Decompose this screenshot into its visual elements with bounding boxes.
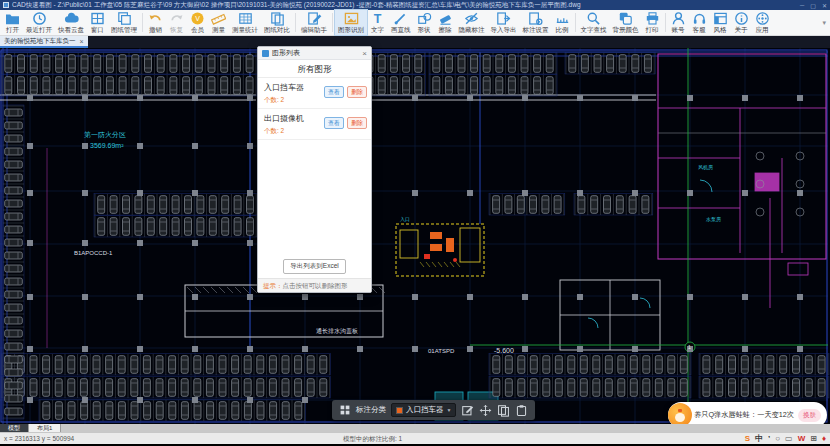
drawing-canvas[interactable]: 第一防火分区3569.69m²B1APOCCD-1入口通长排水沟盖板01ATSP…: [0, 48, 830, 424]
toolbar-item-apps[interactable]: 应用: [752, 10, 773, 35]
toolbar-item-label: 隐藏标注: [459, 26, 485, 35]
floor-plan[interactable]: 第一防火分区3569.69m²B1APOCCD-1入口通长排水沟盖板01ATSP…: [0, 48, 830, 424]
punctuation-icon[interactable]: ’: [768, 433, 770, 444]
recent-files-icon: [32, 11, 47, 26]
toolbar-separator: [332, 13, 333, 32]
toolbar-item-measure-stats[interactable]: 测量统计: [229, 10, 261, 35]
hide-annotations-icon: [464, 11, 479, 26]
toolbar-item-label: 形状: [418, 26, 431, 35]
category-grid-icon[interactable]: [339, 404, 351, 416]
toolbar-item-cloud-drive[interactable]: 快看云盘: [55, 10, 87, 35]
window-title: CAD快速看图 - Z:\Public\01 工作盘\05 陈芝麻烂谷子\09 …: [12, 1, 796, 10]
toolbar-item-label: 打开: [6, 26, 19, 35]
toolbar-item-support[interactable]: 客服: [689, 10, 710, 35]
toolbar-item-label: 撤销: [149, 26, 162, 35]
toolbar-item-text[interactable]: T文字: [367, 10, 388, 35]
toolbar-item-label: 关于: [735, 26, 748, 35]
wubi-icon[interactable]: W: [798, 433, 806, 444]
drawing-label: -5.600: [494, 347, 514, 354]
toolbar-item-undo[interactable]: 撤销: [145, 10, 166, 35]
toolbar-item-open[interactable]: 打开: [2, 10, 23, 35]
toolbar-item-import-export[interactable]: 导入导出: [488, 10, 520, 35]
minimize-button[interactable]: ─: [800, 2, 804, 9]
toolbar-item-label: 编辑助手: [301, 26, 327, 35]
change-skin-button[interactable]: 换肤: [798, 409, 821, 422]
move-annotation-icon[interactable]: [479, 404, 492, 417]
about-icon: [734, 11, 749, 26]
measure-icon: [211, 11, 226, 26]
toolbar-item-label: 测量统计: [232, 26, 258, 35]
shape-recognition-icon: [344, 11, 359, 26]
status-bar: x = 2316313 y = 500994 模型中的标注比例: 1 S中’○▭…: [0, 432, 830, 444]
find-text-icon: [586, 11, 601, 26]
window-icon: [90, 11, 105, 26]
layout-tabs: 模型 布局1: [0, 424, 830, 432]
copy-annotation-icon[interactable]: [497, 404, 510, 417]
apps-icon: [755, 11, 770, 26]
maximize-button[interactable]: ▢: [810, 2, 816, 9]
category-dropdown-value: 入口挡车器: [406, 405, 444, 415]
toolbar-item-background-color[interactable]: 背景颜色: [610, 10, 642, 35]
edit-annotation-icon[interactable]: [461, 404, 474, 417]
view-button[interactable]: 查看: [324, 86, 344, 98]
annotation-category-toolbar: 标注分类 入口挡车器 ▼: [332, 400, 535, 420]
toolbar-item-annotation-settings[interactable]: 标注设置: [520, 10, 552, 35]
toolbar-item-edit-assistant[interactable]: 编辑助手: [298, 10, 330, 35]
toolbar-item-recent-files[interactable]: 最近打开: [23, 10, 55, 35]
toolbar-item-redo[interactable]: 恢复: [166, 10, 187, 35]
sogou-input-icon[interactable]: S: [745, 433, 750, 444]
toolbar-item-style[interactable]: 风格: [710, 10, 731, 35]
dialog-titlebar[interactable]: 图形列表 ×: [258, 47, 371, 60]
scale-icon: [555, 11, 570, 26]
dialog-close-icon[interactable]: ×: [362, 49, 367, 58]
toolbar-separator: [295, 13, 296, 32]
tab-layout1[interactable]: 布局1: [29, 424, 61, 432]
toolbar-item-shapes[interactable]: 形状: [414, 10, 435, 35]
toolbar-item-vip[interactable]: V会员: [187, 10, 208, 35]
tab-close-icon[interactable]: ×: [80, 38, 84, 45]
text-icon: T: [370, 11, 385, 26]
drawing-label: 入口: [400, 216, 410, 223]
mic-icon[interactable]: ○: [775, 433, 780, 444]
toolbar-overflow-icon[interactable]: ▾: [822, 19, 828, 27]
dialog-tip: 提示：点击按钮可以删除图形: [258, 278, 371, 292]
toolbar-item-drawing-compare[interactable]: 图纸对比: [261, 10, 293, 35]
export-excel-button[interactable]: 导出列表到Excel: [283, 259, 345, 274]
skin-icon[interactable]: ♦: [822, 433, 826, 444]
toolbar-item-draw-line[interactable]: 画直线: [388, 10, 414, 35]
toolbar-item-label: 图形识别: [338, 26, 364, 35]
toolbar-item-erase[interactable]: 擦除: [435, 10, 456, 35]
toolbar-item-shape-recognition[interactable]: 图形识别: [335, 10, 367, 35]
paste-annotation-icon[interactable]: [515, 404, 528, 417]
dialog-icon: [262, 50, 269, 57]
system-tray: S中’○▭W⊞♦: [745, 433, 826, 444]
toolbar-item-hide-annotations[interactable]: 隐藏标注: [456, 10, 488, 35]
delete-button[interactable]: 删除: [347, 86, 367, 98]
toolbar-item-print[interactable]: 打印: [642, 10, 663, 35]
toolbar-item-about[interactable]: 关于: [731, 10, 752, 35]
toolbar-item-label: 擦除: [439, 26, 452, 35]
toolbar-item-label: 文字查找: [581, 26, 607, 35]
drawing-label: 水泵房: [706, 216, 721, 222]
view-button[interactable]: 查看: [324, 117, 344, 129]
document-tab[interactable]: 美的翰悦苑地下车库负一 ×: [0, 36, 88, 48]
tab-model[interactable]: 模型: [0, 424, 29, 432]
toolbar-item-window[interactable]: 窗口: [87, 10, 108, 35]
keyboard-icon[interactable]: ▭: [785, 433, 793, 444]
category-dropdown[interactable]: 入口挡车器 ▼: [391, 403, 456, 417]
toolbar-item-label: 会员: [191, 26, 204, 35]
chinese-mode-icon[interactable]: 中: [755, 433, 763, 444]
close-button[interactable]: ✕: [822, 2, 827, 9]
toolbox-icon[interactable]: ⊞: [810, 433, 817, 444]
toolbar-item-account[interactable]: 账号: [668, 10, 689, 35]
toolbar-item-scale[interactable]: 比例: [552, 10, 573, 35]
notification-text: 养只Q弹水唇蛙蛙：一天变12次: [694, 410, 794, 420]
delete-button[interactable]: 删除: [347, 117, 367, 129]
toolbar-item-drawing-manager[interactable]: 图纸管理: [108, 10, 140, 35]
open-icon: [5, 11, 20, 26]
svg-text:T: T: [374, 12, 382, 26]
toolbar-item-measure[interactable]: 测量: [208, 10, 229, 35]
drawing-label: 第一防火分区: [84, 131, 126, 139]
toolbar-item-find-text[interactable]: 文字查找: [578, 10, 610, 35]
toolbar-item-label: 恢复: [170, 26, 183, 35]
